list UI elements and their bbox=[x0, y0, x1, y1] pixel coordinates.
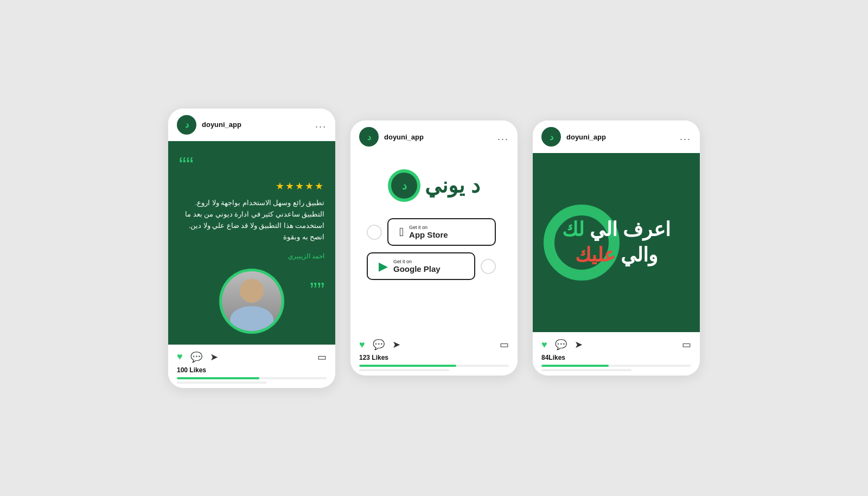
card-arabic-text: د doyuni_app ... اعرف الي لك والي عليك ♥ bbox=[533, 120, 700, 376]
card1-progress-bar bbox=[177, 377, 259, 379]
card3-footer: ♥ 💬 ➤ ▭ 84Likes bbox=[533, 332, 700, 376]
card3-actions: ♥ 💬 ➤ ▭ bbox=[541, 339, 691, 351]
card1-actions: ♥ 💬 ➤ ▭ bbox=[177, 351, 327, 363]
brand-name-text: د يوني bbox=[425, 174, 480, 198]
appstore-row:  Get it on App Store bbox=[361, 218, 507, 246]
card3-content: اعرف الي لك والي عليك bbox=[533, 153, 700, 332]
card3-progress bbox=[541, 365, 691, 367]
appstore-radio[interactable] bbox=[367, 225, 382, 240]
googleplay-radio[interactable] bbox=[481, 259, 496, 274]
person-head bbox=[240, 279, 264, 303]
card2-footer: ♥ 💬 ➤ ▭ 123 Likes bbox=[350, 332, 518, 376]
card3-progress-line2 bbox=[541, 369, 631, 371]
appstore-button[interactable]:  Get it on App Store bbox=[387, 218, 496, 246]
card1-username: doyuni_app bbox=[202, 120, 310, 129]
share-icon[interactable]: ➤ bbox=[210, 351, 218, 363]
card3-avatar: د bbox=[541, 127, 561, 147]
brand-coin-inner: د bbox=[391, 173, 417, 199]
play-icon: ▶ bbox=[379, 259, 388, 274]
card2-username: doyuni_app bbox=[384, 133, 492, 141]
card3-dots[interactable]: ... bbox=[680, 131, 691, 143]
brand-logo: د د يوني bbox=[388, 169, 480, 202]
card2-progress-line2 bbox=[359, 369, 449, 371]
line1-green: لك bbox=[562, 218, 584, 240]
headline-line1: اعرف الي لك bbox=[562, 217, 671, 243]
card2-progress-bar bbox=[359, 365, 456, 367]
card1-content: ““ ★★★★★ تطبيق رائع وسهل الاستخدام بواجه… bbox=[168, 141, 335, 345]
appstore-text: Get it on App Store bbox=[409, 225, 448, 239]
avatar-image bbox=[222, 271, 282, 331]
card2-likes: 123 Likes bbox=[359, 354, 509, 361]
like-icon-2[interactable]: ♥ bbox=[359, 339, 365, 351]
arabic-headline: اعرف الي لك والي عليك bbox=[562, 217, 671, 268]
card1-progress-line2 bbox=[177, 381, 267, 384]
googleplay-label-big: Google Play bbox=[393, 264, 441, 274]
line1-white: اعرف الي bbox=[590, 218, 671, 240]
googleplay-row: ▶ Get it on Google Play bbox=[361, 252, 507, 280]
reviewer-name: احمد الزيبيري bbox=[179, 252, 324, 260]
card1-avatar: د bbox=[177, 115, 196, 135]
bookmark-icon-2[interactable]: ▭ bbox=[500, 339, 509, 351]
card3-likes: 84Likes bbox=[541, 354, 691, 361]
review-text: تطبيق رائع وسهل الاستخدام بواجهة ولا ارو… bbox=[179, 198, 324, 244]
headline-line2: والي عليك bbox=[562, 243, 671, 268]
card3-progress-bar bbox=[541, 365, 609, 367]
card2-actions: ♥ 💬 ➤ ▭ bbox=[359, 339, 509, 351]
googleplay-button[interactable]: ▶ Get it on Google Play bbox=[367, 252, 475, 280]
comment-icon-2[interactable]: 💬 bbox=[373, 339, 385, 351]
bookmark-icon[interactable]: ▭ bbox=[317, 351, 327, 363]
googleplay-label-small: Get it on bbox=[393, 259, 441, 264]
cards-container: د doyuni_app ... ““ ★★★★★ تطبيق رائع وسه… bbox=[168, 109, 700, 388]
card-review: د doyuni_app ... ““ ★★★★★ تطبيق رائع وسه… bbox=[168, 109, 335, 388]
appstore-label-big: App Store bbox=[409, 230, 448, 239]
brand-coin-letter: د bbox=[402, 179, 407, 192]
card2-dots[interactable]: ... bbox=[497, 131, 509, 143]
appstore-label-small: Get it on bbox=[409, 225, 448, 230]
quote-close-icon: ”” bbox=[310, 279, 324, 301]
line2-red: عليك bbox=[575, 244, 615, 266]
avatar-letter-2: د bbox=[367, 132, 371, 142]
share-icon-2[interactable]: ➤ bbox=[392, 339, 400, 351]
share-icon-3[interactable]: ➤ bbox=[575, 339, 583, 351]
line2-white: والي bbox=[621, 244, 658, 266]
avatar-letter: د bbox=[185, 119, 189, 130]
card1-progress bbox=[177, 377, 327, 379]
card1-likes: 100 Likes bbox=[177, 366, 327, 374]
quote-open-icon: ““ bbox=[179, 154, 324, 176]
comment-icon[interactable]: 💬 bbox=[190, 351, 202, 363]
card2-progress bbox=[359, 365, 509, 367]
brand-coin: د bbox=[388, 169, 420, 202]
like-icon-3[interactable]: ♥ bbox=[541, 339, 547, 351]
googleplay-text: Get it on Google Play bbox=[393, 259, 441, 274]
avatar-letter-3: د bbox=[550, 132, 553, 142]
person-body bbox=[230, 306, 273, 331]
like-icon[interactable]: ♥ bbox=[177, 351, 183, 363]
card1-dots[interactable]: ... bbox=[315, 119, 327, 130]
card-download: د doyuni_app ... د د يوني  bbox=[350, 120, 518, 376]
card3-username: doyuni_app bbox=[566, 133, 674, 141]
bookmark-icon-3[interactable]: ▭ bbox=[682, 339, 691, 351]
card1-footer: ♥ 💬 ➤ ▭ 100 Likes bbox=[168, 345, 335, 388]
card2-header: د doyuni_app ... bbox=[350, 120, 518, 153]
apple-icon:  bbox=[399, 225, 404, 239]
reviewer-avatar bbox=[219, 269, 284, 334]
card2-content: د د يوني  Get it on App Store bbox=[350, 153, 518, 332]
card1-header: د doyuni_app ... bbox=[168, 109, 335, 141]
stars-rating: ★★★★★ bbox=[179, 180, 324, 192]
card2-avatar: د bbox=[359, 127, 379, 147]
card3-header: د doyuni_app ... bbox=[533, 120, 700, 153]
download-buttons:  Get it on App Store ▶ Get it on Google… bbox=[361, 218, 507, 280]
comment-icon-3[interactable]: 💬 bbox=[555, 339, 567, 351]
